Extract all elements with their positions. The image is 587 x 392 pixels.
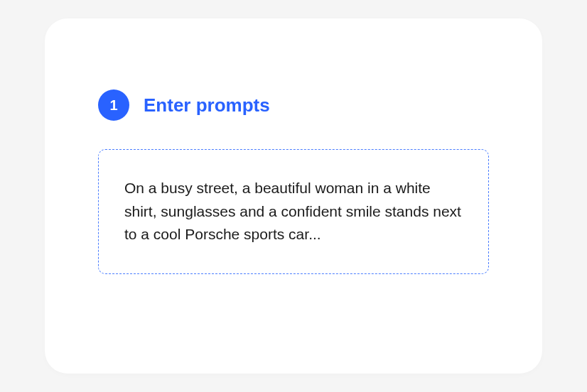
step-title: Enter prompts — [144, 94, 270, 116]
step-header: 1 Enter prompts — [98, 89, 489, 121]
step-number: 1 — [109, 97, 117, 114]
prompt-step-card: 1 Enter prompts On a busy street, a beau… — [45, 18, 542, 374]
prompt-input-box[interactable]: On a busy street, a beautiful woman in a… — [98, 149, 489, 274]
step-number-badge: 1 — [98, 89, 129, 121]
prompt-text: On a busy street, a beautiful woman in a… — [124, 177, 463, 246]
